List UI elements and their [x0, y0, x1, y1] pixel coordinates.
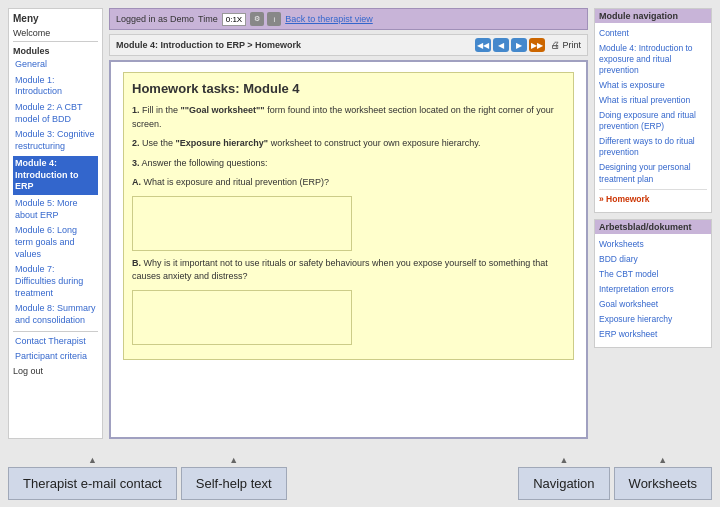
sidebar-participant[interactable]: Participant criteria [13, 350, 98, 364]
content-item-b: B. Why is it important not to use ritual… [132, 257, 565, 284]
sidebar-module8[interactable]: Module 8: Summary and consolidation [13, 302, 98, 327]
app-container: Meny Welcome Modules General Module 1: I… [0, 0, 720, 507]
right-nav-different-ways[interactable]: Different ways to do ritual prevention [599, 135, 707, 159]
logged-in-text: Logged in as Demo [116, 14, 194, 24]
content-panel: Homework tasks: Module 4 1. Fill in the … [109, 60, 588, 439]
item-a-text: What is exposure and ritual prevention (… [144, 177, 330, 187]
item-b-label: B. [132, 258, 141, 268]
label-navigation: Navigation [518, 467, 609, 500]
item-b-text: Why is it important not to use rituals o… [132, 258, 548, 282]
sidebar-divider-2 [13, 331, 98, 332]
right-ws-interp-errors[interactable]: Interpretation errors [599, 283, 707, 296]
right-ws-cbt-model[interactable]: The CBT model [599, 268, 707, 281]
content-item-a: A. What is exposure and ritual preventio… [132, 176, 565, 190]
right-nav-title: Module navigation [595, 9, 711, 23]
right-nav-doing-erp[interactable]: Doing exposure and ritual prevention (ER… [599, 109, 707, 133]
settings-icon[interactable]: ⚙ [250, 12, 264, 26]
label-worksheets: Worksheets [614, 467, 712, 500]
nav-prev[interactable]: ◀ [493, 38, 509, 52]
back-link[interactable]: Back to therapist view [285, 14, 373, 24]
answer-box-b[interactable] [132, 290, 352, 345]
print-label: Print [562, 40, 581, 50]
time-value: 0:1X [222, 13, 246, 26]
right-ws-goal[interactable]: Goal worksheet [599, 298, 707, 311]
right-nav-what-exposure[interactable]: What is exposure [599, 79, 707, 92]
sidebar-contact[interactable]: Contact Therapist [13, 335, 98, 349]
sidebar-welcome[interactable]: Welcome [13, 28, 98, 38]
item-1-text: Fill in the ""Goal worksheet"" form foun… [132, 105, 554, 129]
nav-last[interactable]: ▶▶ [529, 38, 545, 52]
content-item-3: 3. Answer the following questions: [132, 157, 565, 171]
sidebar-module7[interactable]: Module 7: Difficulties during treatment [13, 263, 98, 300]
content-inner: Homework tasks: Module 4 1. Fill in the … [123, 72, 574, 360]
content-item-2: 2. Use the "Exposure hierarchy" workshee… [132, 137, 565, 151]
print-icon: 🖨 [551, 40, 560, 50]
bottom-labels: ▲ Therapist e-mail contact ▲ Self-help t… [0, 447, 720, 507]
sidebar-module1[interactable]: Module 1: Introduction [13, 74, 98, 99]
print-button[interactable]: 🖨 Print [551, 40, 581, 50]
sidebar-divider-1 [13, 41, 98, 42]
sidebar-module5[interactable]: Module 5: More about ERP [13, 197, 98, 222]
top-bar-icons: ⚙ i [250, 12, 281, 26]
breadcrumb-right: ◀◀ ◀ ▶ ▶▶ 🖨 Print [475, 38, 581, 52]
right-worksheets-title: Arbetsblad/dokument [595, 220, 711, 234]
right-ws-erp[interactable]: ERP worksheet [599, 328, 707, 341]
content-item-1: 1. Fill in the ""Goal worksheet"" form f… [132, 104, 565, 131]
right-nav-homework[interactable]: » Homework [599, 193, 707, 206]
item-3-number: 3. [132, 158, 140, 168]
center-content: Logged in as Demo Time 0:1X ⚙ i Back to … [109, 8, 588, 439]
modules-title: Modules [13, 46, 98, 56]
sidebar-module3[interactable]: Module 3: Cognitive restructuring [13, 128, 98, 153]
right-sidebar: Module navigation Content Module 4: Intr… [594, 8, 712, 439]
right-nav-module4-intro[interactable]: Module 4: Introduction to exposure and r… [599, 42, 707, 77]
content-title: Homework tasks: Module 4 [132, 81, 565, 96]
right-nav-panel: Module navigation Content Module 4: Intr… [594, 8, 712, 213]
item-1-number: 1. [132, 105, 140, 115]
right-nav-what-ritual[interactable]: What is ritual prevention [599, 94, 707, 107]
right-nav-content[interactable]: Content [599, 27, 707, 40]
main-area: Meny Welcome Modules General Module 1: I… [0, 0, 720, 447]
info-icon[interactable]: i [267, 12, 281, 26]
top-bar: Logged in as Demo Time 0:1X ⚙ i Back to … [109, 8, 588, 30]
item-a-label: A. [132, 177, 141, 187]
right-ws-worksheets[interactable]: Worksheets [599, 238, 707, 251]
breadcrumb-bar: Module 4: Introduction to ERP > Homework… [109, 34, 588, 56]
sidebar-module4[interactable]: Module 4: Introduction to ERP [13, 156, 98, 195]
sidebar-module2[interactable]: Module 2: A CBT model of BDD [13, 101, 98, 126]
item-2-text: Use the "Exposure hierarchy" worksheet t… [142, 138, 481, 148]
breadcrumb-text: Module 4: Introduction to ERP > Homework [116, 40, 301, 50]
nav-next[interactable]: ▶ [511, 38, 527, 52]
time-label: Time [198, 14, 218, 24]
left-sidebar: Meny Welcome Modules General Module 1: I… [8, 8, 103, 439]
nav-arrows: ◀◀ ◀ ▶ ▶▶ [475, 38, 545, 52]
right-nav-sep [599, 189, 707, 190]
top-bar-left: Logged in as Demo Time 0:1X ⚙ i Back to … [116, 12, 373, 26]
sidebar-general[interactable]: General [13, 58, 98, 72]
sidebar-module6[interactable]: Module 6: Long term goals and values [13, 224, 98, 261]
right-ws-bdd-diary[interactable]: BDD diary [599, 253, 707, 266]
label-selfhelp: Self-help text [181, 467, 287, 500]
right-ws-exposure[interactable]: Exposure hierarchy [599, 313, 707, 326]
item-2-number: 2. [132, 138, 140, 148]
nav-first[interactable]: ◀◀ [475, 38, 491, 52]
sidebar-logout[interactable]: Log out [13, 366, 98, 376]
answer-box-a[interactable] [132, 196, 352, 251]
menu-title: Meny [13, 13, 98, 24]
right-nav-designing[interactable]: Designing your personal treatment plan [599, 161, 707, 185]
label-therapist: Therapist e-mail contact [8, 467, 177, 500]
content-body: 1. Fill in the ""Goal worksheet"" form f… [132, 104, 565, 345]
item-3-text: Answer the following questions: [142, 158, 268, 168]
right-worksheets-panel: Arbetsblad/dokument Worksheets BDD diary… [594, 219, 712, 348]
